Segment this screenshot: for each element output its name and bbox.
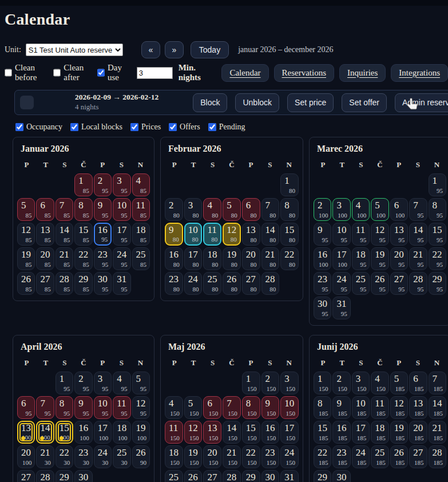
day-cell[interactable]: 2280	[280, 247, 299, 270]
day-cell[interactable]: 2495	[332, 272, 350, 295]
day-cell[interactable]: 785	[55, 198, 73, 221]
day-cell[interactable]: 21150	[223, 445, 241, 468]
day-cell[interactable]: 26150	[184, 470, 203, 482]
day-cell[interactable]: 14100	[36, 421, 54, 444]
day-cell[interactable]: 2585	[132, 247, 150, 270]
day-cell[interactable]: 2180	[261, 247, 280, 270]
day-cell[interactable]: 1095	[332, 223, 350, 246]
today-button[interactable]: Today	[191, 41, 229, 58]
day-cell[interactable]: 1495	[409, 223, 427, 246]
day-cell[interactable]: 2690	[132, 445, 150, 468]
day-cell[interactable]: 2695	[371, 272, 388, 295]
day-cell[interactable]: 485	[132, 173, 150, 196]
day-cell[interactable]: 18150	[165, 445, 183, 468]
day-cell[interactable]: 1795	[113, 223, 130, 246]
day-cell[interactable]: 19185	[390, 421, 408, 444]
day-cell[interactable]: 5150	[184, 396, 203, 419]
day-cell[interactable]: 295	[74, 372, 92, 394]
day-cell[interactable]: 14185	[429, 396, 446, 419]
legend-occupancy[interactable]: Occupancy	[15, 123, 62, 132]
day-cell[interactable]: 1980	[223, 247, 241, 270]
day-cell[interactable]: 3095	[94, 272, 112, 295]
day-cell[interactable]: 1995	[371, 247, 388, 270]
day-cell[interactable]: 995	[74, 396, 92, 419]
day-cell[interactable]: 685	[36, 198, 54, 221]
day-cell[interactable]: 1380	[242, 223, 260, 246]
day-cell[interactable]: 27185	[409, 445, 427, 468]
day-cell[interactable]: 585	[17, 198, 35, 221]
day-cell[interactable]: 22185	[314, 445, 331, 468]
day-cell[interactable]: 2990	[55, 470, 73, 482]
day-cell[interactable]: 2680	[223, 272, 241, 295]
day-cell[interactable]: 1185	[132, 198, 150, 221]
day-cell[interactable]: 13185	[409, 396, 427, 419]
day-cell[interactable]: 195	[55, 372, 73, 394]
day-cell[interactable]: 17150	[280, 421, 299, 444]
day-cell[interactable]: 8185	[314, 396, 331, 419]
day-cell[interactable]: 780	[261, 198, 280, 221]
day-cell[interactable]: 2780	[242, 272, 260, 295]
day-cell[interactable]: 980	[165, 223, 183, 246]
day-cell[interactable]: 1095	[113, 198, 130, 221]
day-cell[interactable]: 1680	[165, 247, 183, 270]
day-cell[interactable]: 885	[74, 198, 92, 221]
day-cell[interactable]: 395	[113, 173, 130, 196]
day-cell[interactable]: 2890	[36, 470, 54, 482]
day-cell[interactable]: 17185	[352, 421, 370, 444]
tab-calendar[interactable]: Calendar	[221, 64, 268, 82]
day-cell[interactable]: 12150	[184, 421, 203, 444]
day-cell[interactable]: 395	[94, 372, 112, 394]
day-cell[interactable]: 580	[223, 198, 241, 221]
day-cell[interactable]: 2100	[314, 198, 331, 221]
day-cell[interactable]: 2530	[113, 445, 130, 468]
day-cell[interactable]: 23185	[332, 445, 350, 468]
day-cell[interactable]: 1280	[223, 223, 241, 246]
day-cell[interactable]: 2080	[242, 247, 260, 270]
day-cell[interactable]: 17100	[94, 421, 112, 444]
day-cell[interactable]: 19100	[132, 421, 150, 444]
day-cell[interactable]: 16100	[314, 247, 331, 270]
day-cell[interactable]: 1385	[36, 223, 54, 246]
day-cell[interactable]: 895	[55, 396, 73, 419]
day-cell[interactable]: 2790	[17, 470, 35, 482]
day-cell[interactable]: 12185	[390, 396, 408, 419]
day-cell[interactable]: 2295	[429, 247, 446, 270]
day-cell[interactable]: 2480	[184, 272, 203, 295]
day-cell[interactable]: 1080	[184, 223, 203, 246]
day-cell[interactable]: 185	[74, 173, 92, 196]
day-cell[interactable]: 2285	[74, 247, 92, 270]
day-cell[interactable]: 15100	[55, 421, 73, 444]
day-cell[interactable]: 1295	[132, 396, 150, 419]
day-cell[interactable]: 9150	[261, 396, 280, 419]
day-cell[interactable]: 6185	[409, 372, 427, 394]
legend-offers[interactable]: Offers	[169, 123, 200, 132]
day-cell[interactable]: 1895	[352, 247, 370, 270]
day-cell[interactable]: 16185	[332, 421, 350, 444]
day-cell[interactable]: 18100	[113, 421, 130, 444]
day-cell[interactable]: 21185	[429, 421, 446, 444]
day-cell[interactable]: 11150	[165, 421, 183, 444]
day-cell[interactable]: 28150	[223, 470, 241, 482]
day-cell[interactable]: 1195	[352, 223, 370, 246]
day-cell[interactable]: 20150	[203, 445, 221, 468]
option-checkbox-clean-after[interactable]	[53, 69, 61, 77]
day-cell[interactable]: 2395	[94, 247, 112, 270]
day-cell[interactable]: 1285	[17, 223, 35, 246]
day-cell[interactable]: 2085	[36, 247, 54, 270]
day-cell[interactable]: 1395	[390, 223, 408, 246]
day-cell[interactable]: 13100	[17, 421, 35, 444]
day-cell[interactable]: 1780	[184, 247, 203, 270]
day-cell[interactable]: 8150	[242, 396, 260, 419]
day-cell[interactable]: 795	[409, 198, 427, 221]
day-cell[interactable]: 1180	[203, 223, 221, 246]
day-cell[interactable]: 4150	[165, 396, 183, 419]
day-cell[interactable]: 880	[280, 198, 299, 221]
legend-checkbox-local-blocks[interactable]	[70, 123, 78, 131]
day-cell[interactable]: 1095	[94, 396, 112, 419]
legend-checkbox-prices[interactable]	[130, 123, 138, 131]
day-cell[interactable]: 995	[314, 223, 331, 246]
legend-checkbox-pending[interactable]	[208, 123, 216, 131]
day-cell[interactable]: 19150	[184, 445, 203, 468]
day-cell[interactable]: 7150	[223, 396, 241, 419]
legend-checkbox-offers[interactable]	[169, 123, 177, 131]
